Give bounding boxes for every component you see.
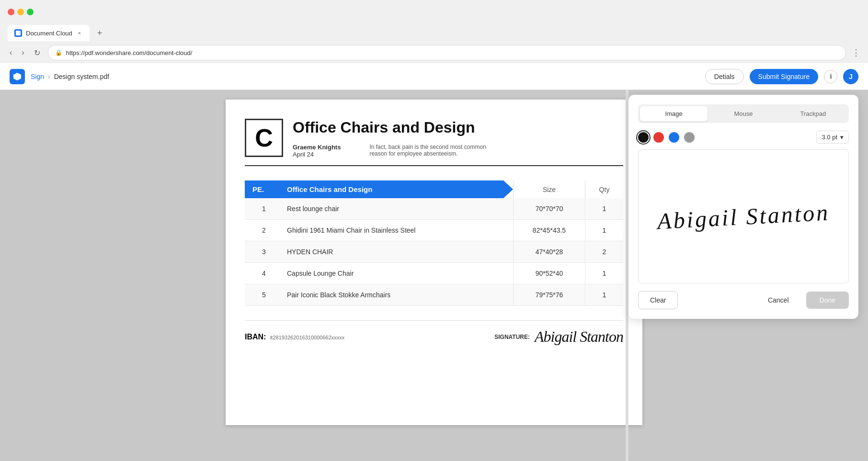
row-qty: 1 (585, 220, 623, 241)
row-num: 4 (245, 263, 283, 284)
iban-label: IBAN: (245, 333, 266, 341)
row-name: Capsule Lounge Chair (283, 263, 513, 284)
table-col-pe: PE. (252, 185, 264, 193)
document-header: C Office Chairs and Design Graeme Knight… (245, 119, 623, 166)
app-header: Sign › Design system.pdf Detials Submit … (0, 63, 868, 90)
tabs-bar: Document Cloud × + (0, 24, 868, 42)
panel-actions: Clear Cancel Done (638, 291, 849, 309)
url-bar[interactable]: 🔒 https://pdf.wondershare.com/document-c… (48, 45, 846, 60)
panel-tab-image[interactable]: Image (640, 106, 708, 121)
table-row: 3 HYDEN CHAIR 47*40*28 2 (245, 241, 623, 263)
pt-arrow-icon: ▾ (840, 134, 844, 141)
row-qty: 2 (585, 241, 623, 262)
signature-drawing-canvas[interactable]: Abigail Stanton (638, 149, 849, 283)
panel-tab-trackpad[interactable]: Trackpad (779, 106, 847, 121)
document-title: Office Chairs and Design (293, 119, 623, 136)
logo-letter: C (255, 124, 273, 152)
document-description: In fact, back pain is the second most co… (369, 144, 503, 158)
maximize-window-button[interactable] (27, 9, 34, 15)
lock-icon: 🔒 (55, 49, 62, 56)
close-window-button[interactable] (8, 9, 14, 15)
info-button[interactable]: ℹ (824, 70, 837, 83)
iban-value: lt28193262016310000662xxxxx (270, 335, 344, 340)
document-meta: Graeme Knights April 24 In fact, back pa… (293, 144, 623, 158)
pt-value: 3.0 pt (822, 134, 837, 141)
color-dot-red[interactable] (653, 132, 664, 143)
color-dot-blue[interactable] (669, 132, 679, 143)
row-num: 3 (245, 241, 283, 262)
done-button[interactable]: Done (806, 292, 849, 309)
tab-title: Document Cloud (26, 30, 72, 37)
row-size: 82*45*43.5 (513, 220, 585, 241)
table-row: 1 Rest lounge chair 70*70*70 1 (245, 198, 623, 220)
main-content: C Office Chairs and Design Graeme Knight… (0, 90, 868, 461)
header-actions: Detials Submit Signature ℹ J (705, 69, 858, 84)
address-bar: ‹ › ↻ 🔒 https://pdf.wondershare.com/docu… (0, 42, 868, 63)
row-num: 5 (245, 284, 283, 305)
row-num: 2 (245, 220, 283, 241)
panel-tab-mouse[interactable]: Mouse (709, 106, 777, 121)
breadcrumb-sign[interactable]: Sign (31, 73, 44, 80)
author-name: Graeme Knights (293, 144, 341, 151)
cancel-button[interactable]: Cancel (756, 292, 800, 309)
row-qty: 1 (585, 284, 623, 305)
svg-rect-0 (16, 31, 21, 35)
document-footer: IBAN: lt28193262016310000662xxxxx SIGNAT… (245, 320, 623, 346)
info-icon: ℹ (830, 73, 832, 80)
refresh-button[interactable]: ↻ (32, 46, 42, 59)
color-picker (638, 132, 695, 143)
details-button[interactable]: Detials (705, 69, 744, 84)
panel-controls: 3.0 pt ▾ (638, 131, 849, 144)
signature-panel: ImageMouseTrackpad 3.0 pt ▾ Abigail Stan… (628, 95, 858, 319)
row-name: Pair Iconic Black Stokke Armchairs (283, 284, 513, 305)
table-col-qty-header: Qty (599, 186, 610, 193)
url-text: https://pdf.wondershare.com/document-clo… (66, 49, 193, 56)
document-author-area: Graeme Knights April 24 (293, 144, 341, 158)
iban-area: IBAN: lt28193262016310000662xxxxx (245, 333, 344, 341)
clear-button[interactable]: Clear (638, 291, 678, 309)
table-col-title: Office Chairs and Design (287, 185, 372, 193)
minimize-window-button[interactable] (17, 9, 24, 15)
signature-preview: Abigail Stanton (657, 199, 830, 234)
footer-signature-image: Abigail Stanton (535, 328, 623, 346)
submit-signature-button[interactable]: Submit Signature (750, 69, 818, 84)
row-size: 47*40*28 (513, 241, 585, 262)
pt-selector[interactable]: 3.0 pt ▾ (816, 131, 849, 144)
row-num: 1 (245, 198, 283, 219)
document-date: April 24 (293, 151, 341, 158)
color-dot-black[interactable] (638, 132, 649, 143)
pdf-page: C Office Chairs and Design Graeme Knight… (226, 100, 642, 425)
forward-button[interactable]: › (20, 46, 26, 59)
row-qty: 1 (585, 198, 623, 219)
table-body: 1 Rest lounge chair 70*70*70 1 2 Ghidini… (245, 198, 623, 306)
row-name: Rest lounge chair (283, 198, 513, 219)
traffic-lights (8, 9, 34, 15)
table-col-size-header: Size (543, 186, 556, 193)
new-tab-button[interactable]: + (93, 28, 106, 38)
panel-tabs: ImageMouseTrackpad (638, 104, 849, 123)
browser-tab-active[interactable]: Document Cloud × (8, 25, 90, 41)
document-title-area: Office Chairs and Design Graeme Knights … (293, 119, 623, 158)
company-logo: C (245, 119, 283, 157)
table-row: 2 Ghidini 1961 Miami Chair in Stainless … (245, 220, 623, 241)
row-qty: 1 (585, 263, 623, 284)
breadcrumb-filename: Design system.pdf (54, 73, 109, 80)
signature-label: SIGNATURE: (494, 334, 530, 340)
row-size: 90*52*40 (513, 263, 585, 284)
breadcrumb-separator: › (48, 73, 50, 80)
browser-more-button[interactable]: ⋮ (852, 47, 860, 58)
table-row: 4 Capsule Lounge Chair 90*52*40 1 (245, 263, 623, 284)
tab-close-button[interactable]: × (76, 30, 83, 36)
title-bar (0, 0, 868, 24)
color-dot-gray[interactable] (684, 132, 695, 143)
document-table: PE. Office Chairs and Design Size Qty 1 … (245, 180, 623, 306)
tab-favicon (14, 29, 22, 37)
user-avatar[interactable]: J (843, 69, 858, 84)
back-button[interactable]: ‹ (8, 46, 14, 59)
app-logo (10, 69, 25, 84)
footer-signature-area: SIGNATURE: Abigail Stanton (494, 328, 623, 346)
row-size: 70*70*70 (513, 198, 585, 219)
breadcrumb: Sign › Design system.pdf (31, 73, 109, 80)
browser-window: Document Cloud × + ‹ › ↻ 🔒 https://pdf.w… (0, 0, 868, 63)
row-name: Ghidini 1961 Miami Chair in Stainless St… (283, 220, 513, 241)
